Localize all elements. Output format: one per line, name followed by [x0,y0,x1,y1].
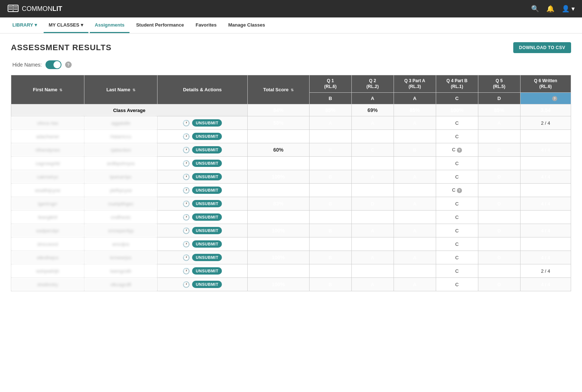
student-q4: C ? [436,143,478,157]
unsubmit-button[interactable]: UNSUBMIT [192,133,222,140]
student-q4: C [436,116,478,130]
student-total-score: 83% [247,157,309,170]
logo[interactable]: COMMONLIT [7,4,62,13]
student-q6: 4 / 4 [520,143,571,157]
student-q2: D [351,184,394,197]
correct-q6[interactable]: Answer ? [520,93,571,104]
unsubmit-button[interactable]: UNSUBMIT [192,200,222,207]
student-q4: C ? [436,184,478,197]
q4-help-icon[interactable]: ? [457,188,462,193]
table-header-questions: First Name ⇅ Last Name ⇅ Details & Actio… [11,75,571,93]
unsubmit-button[interactable]: UNSUBMIT [192,213,222,221]
unsubmit-button[interactable]: UNSUBMIT [192,254,222,261]
hide-names-label: Hide Names: [12,62,42,68]
header-q1: Q 1 (RL.6) [309,75,351,93]
student-q1: B [309,278,351,291]
clock-icon[interactable]: 🕐 [183,241,190,248]
student-first-name: adachwner [11,130,84,143]
student-q1: B [309,211,351,224]
logo-text: COMMONLIT [22,5,62,13]
download-csv-button[interactable]: DOWNLOAD TO CSV [513,42,571,53]
unsubmit-button[interactable]: UNSUBMIT [192,227,222,234]
student-q3: A [394,224,436,237]
nav-student-performance[interactable]: Student Performance [131,17,189,33]
table-row: cagrowgrild ardlbpshnyss 🕐 UNSUBMIT 83% … [11,157,571,170]
student-details-actions: 🕐 UNSUBMIT [158,143,247,157]
logo-icon [7,4,19,13]
nav-my-classes[interactable]: MY CLASSES ▾ [44,17,88,33]
clock-icon[interactable]: 🕐 [183,281,190,288]
unsubmit-button[interactable]: UNSUBMIT [192,281,222,288]
nav-favorites[interactable]: Favorites [191,17,222,33]
clock-icon[interactable]: 🕐 [183,147,190,153]
unsubmit-button[interactable]: UNSUBMIT [192,146,222,153]
nav-library[interactable]: LIBRARY ▾ [7,17,42,33]
hide-names-toggle[interactable] [45,60,61,69]
header-last-name[interactable]: Last Name ⇅ [84,75,158,104]
student-q1: C [309,157,351,170]
table-row: rithendynes rjabection 🕐 UNSUBMIT 60% B … [11,143,571,157]
unsubmit-button[interactable]: UNSUBMIT [192,267,222,275]
answer-link[interactable]: Answer ? [522,96,569,101]
clock-icon[interactable]: 🕐 [183,268,190,275]
student-first-name: rithendynes [11,143,84,157]
clock-icon[interactable]: 🕐 [183,133,190,140]
clock-icon[interactable]: 🕐 [183,160,190,167]
bell-icon[interactable]: 🔔 [546,5,554,13]
student-q3: D [394,184,436,197]
student-last-name: ardlbpshnyss [84,157,158,170]
header-q5: Q 5 (RL.5) [478,75,520,93]
student-first-name: wsalthijcyne [11,184,84,197]
q4-help-icon[interactable]: ? [457,148,462,153]
student-q2: A [351,211,394,224]
header-total-score[interactable]: Total Score ⇅ [247,75,309,104]
student-q6: 2 / 4 [520,264,571,278]
top-nav-right: 🔍 🔔 👤 ▾ [531,5,575,13]
table-row: wsalthijcyne ylefhpcyse 🕐 UNSUBMIT 55% B… [11,184,571,197]
student-first-name: dnetlnntry [11,278,84,291]
student-q5: B [478,211,520,224]
table-body: Class Average 84% 85% 69% 85% 100% 85% 3… [11,104,571,291]
student-q2: A [351,264,394,278]
student-q4: C [436,224,478,237]
sort-arrows-first[interactable]: ⇅ [59,88,62,92]
student-last-name: tpwnarripc [84,170,158,184]
student-q5: D [478,251,520,264]
student-details-actions: 🕐 UNSUBMIT [158,237,247,251]
search-icon[interactable]: 🔍 [531,5,539,13]
sort-arrows-last[interactable]: ⇅ [132,88,135,92]
table-row: tgertrngrr nsahptthgec 🕐 UNSUBMIT 83% B … [11,197,571,211]
student-last-name: cndfhestc [84,211,158,224]
clock-icon[interactable]: 🕐 [183,120,190,127]
header-first-name[interactable]: First Name ⇅ [11,75,84,104]
nav-assignments[interactable]: Assignments [90,17,130,33]
clock-icon[interactable]: 🕐 [183,254,190,261]
unsubmit-button[interactable]: UNSUBMIT [192,173,222,180]
clock-icon[interactable]: 🕐 [183,173,190,180]
student-q5: D [478,170,520,184]
toggle-thumb [53,61,61,68]
student-total-score: 60% [247,143,309,157]
unsubmit-button[interactable]: UNSUBMIT [192,160,222,167]
table-row: wshpwkhjh twengcidh 🕐 UNSUBMIT 92% B A A… [11,264,571,278]
clock-icon[interactable]: 🕐 [183,200,190,207]
student-last-name: Halamccu [84,130,158,143]
unsubmit-button[interactable]: UNSUBMIT [192,119,222,127]
sort-arrows-total[interactable]: ⇅ [291,88,294,92]
student-total-score: 100% [247,278,309,291]
clock-icon[interactable]: 🕐 [183,227,190,234]
user-icon[interactable]: 👤 ▾ [562,5,575,13]
unsubmit-button[interactable]: UNSUBMIT [192,187,222,194]
table-row: dmcceord wncdjns 🕐 UNSUBMIT 100% B A A C… [11,237,571,251]
nav-manage-classes[interactable]: Manage Classes [223,17,270,33]
student-details-actions: 🕐 UNSUBMIT [158,116,247,130]
answer-help-icon[interactable]: ? [552,96,557,101]
student-last-name: twengcidh [84,264,158,278]
header-q6: Q 6 Written (RL.6) [520,75,571,93]
unsubmit-button[interactable]: UNSUBMIT [192,240,222,248]
clock-icon[interactable]: 🕐 [183,214,190,221]
clock-icon[interactable]: 🕐 [183,187,190,194]
page-title: ASSESSMENT RESULTS [11,43,112,52]
student-last-name: smnepenfyp [84,224,158,237]
help-icon[interactable]: ? [65,61,72,68]
